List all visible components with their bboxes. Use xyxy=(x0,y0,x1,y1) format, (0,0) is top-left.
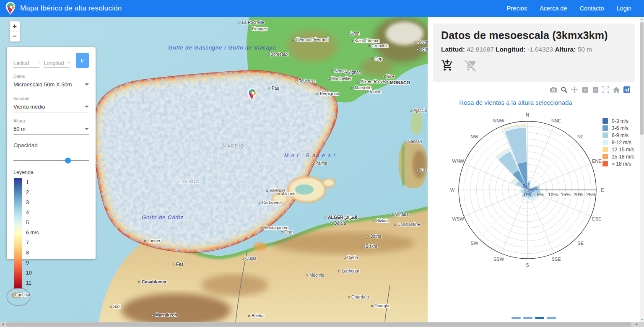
nav-link-precios[interactable]: Precios xyxy=(507,5,527,12)
windrose-legend-item[interactable]: 9-12 m/s xyxy=(602,139,634,146)
city-marker-dot xyxy=(371,58,373,60)
city-marker-dot xyxy=(357,81,359,83)
zoom-in-icon[interactable] xyxy=(581,86,589,93)
zoom-out-icon[interactable] xyxy=(592,86,599,93)
pagination-bar-active[interactable] xyxy=(535,317,544,319)
scroll-left-arrow-icon[interactable]: ◄ xyxy=(0,322,6,327)
go-button[interactable]: Ir xyxy=(76,53,89,68)
windrose-chart[interactable]: 0%5%10%15%20%25%NNNENEENEEESESESSESSSWSW… xyxy=(436,109,621,285)
svg-text:NNE: NNE xyxy=(551,118,561,123)
legend-tick: 4 xyxy=(26,210,29,215)
chevron-down-icon xyxy=(85,83,89,86)
pagination-bar[interactable] xyxy=(547,317,556,319)
city-marker-dot xyxy=(362,246,364,247)
altura-select[interactable]: 50 m xyxy=(13,125,89,135)
legend-swatch xyxy=(602,154,608,159)
city-label: Béchar xyxy=(252,314,265,318)
scroll-right-arrow-icon[interactable]: ► xyxy=(634,322,640,327)
reset-axes-home-icon[interactable] xyxy=(613,86,620,93)
download-camera-icon[interactable] xyxy=(550,86,557,93)
legend-tick: 2 xyxy=(26,189,29,195)
pan-tool-icon[interactable] xyxy=(571,86,578,93)
scroll-down-arrow-icon[interactable]: ▼ xyxy=(640,317,644,322)
alt-label: Altura: xyxy=(555,46,576,53)
variable-select[interactable]: Viento medio xyxy=(13,102,89,112)
city-label: Oujda xyxy=(245,256,257,261)
longitude-input[interactable] xyxy=(44,60,68,66)
city-marker-dot xyxy=(343,72,344,73)
svg-text:NE: NE xyxy=(577,134,584,139)
city-label: Biskra xyxy=(366,244,377,249)
svg-text:SSE: SSE xyxy=(551,257,561,262)
chevron-down-icon xyxy=(85,128,89,130)
city-marker-dot xyxy=(281,231,283,233)
horizontal-scroll-thumb[interactable] xyxy=(6,322,631,327)
sea-label: Golfo de Cádiz xyxy=(142,214,184,221)
windrose-legend-item[interactable]: 3-6 m/s xyxy=(602,125,634,132)
city-label: Béjaïa xyxy=(334,221,346,226)
city-marker-dot xyxy=(242,258,244,260)
city-marker-dot xyxy=(259,202,260,204)
windrose-chart-title-link[interactable]: Rosa de vientos a la altura seleccionada xyxy=(428,99,604,106)
lon-label: Longitud: xyxy=(496,46,525,53)
autoscale-icon[interactable] xyxy=(602,86,610,93)
city-label: Skikda xyxy=(376,218,389,223)
map-canvas[interactable]: Golfe de Gascogne / Golfo de VizcayaMar … xyxy=(0,17,428,322)
plotly-logo-icon[interactable] xyxy=(623,86,631,93)
pagination-bar[interactable] xyxy=(523,317,532,319)
slider-thumb[interactable] xyxy=(65,158,71,164)
legend-swatch xyxy=(602,118,608,124)
zoom-in-button[interactable]: + xyxy=(10,21,20,31)
datos-select-group: Datos Microescala 50m X 50m xyxy=(13,74,89,90)
vertical-scrollbar[interactable]: ▲ ▼ xyxy=(640,17,644,322)
longitude-field[interactable]: ° xyxy=(44,60,70,68)
zoom-out-button[interactable]: − xyxy=(10,31,20,42)
navbar-links: Precios Acerca de Contacto Login xyxy=(507,5,631,12)
windrose-legend-item[interactable]: 12-15 m/s xyxy=(602,146,634,153)
nav-link-login[interactable]: Login xyxy=(617,5,631,12)
city-label: Oran xyxy=(284,230,293,234)
datos-select[interactable]: Microescala 50m X 50m xyxy=(13,80,89,90)
windrose-legend-item[interactable]: 0-3 m/s xyxy=(602,117,634,125)
legend-tick: 11 xyxy=(26,280,31,286)
windrose-legend-item[interactable]: > 18 m/s xyxy=(602,160,634,167)
legend-swatch xyxy=(602,147,608,152)
city-label: Laghouat xyxy=(342,269,359,273)
nav-link-acercade[interactable]: Acerca de xyxy=(540,5,567,12)
vertical-scroll-thumb[interactable] xyxy=(640,22,644,135)
zoom-tool-icon[interactable] xyxy=(560,86,568,93)
windrose-legend-item[interactable]: 6-9 m/s xyxy=(602,132,634,139)
legend-swatch xyxy=(602,132,608,138)
app-title: Mapa Ibérico de alta resolución xyxy=(20,4,122,13)
opacity-slider[interactable] xyxy=(13,158,89,164)
city-marker-dot xyxy=(312,163,314,164)
city-marker-dot xyxy=(387,82,388,84)
altura-select-group: Altura 50 m xyxy=(13,118,89,135)
legend-swatch xyxy=(602,125,608,131)
latitude-field[interactable]: ° xyxy=(13,60,39,68)
latitude-input[interactable] xyxy=(13,60,38,66)
horizontal-scrollbar[interactable]: ◄ ► xyxy=(0,322,644,327)
city-marker-dot xyxy=(249,28,250,30)
city-label: LISBOA xyxy=(179,179,200,184)
city-marker-dot xyxy=(328,78,330,80)
datos-value: Microescala 50m X 50m xyxy=(13,81,72,88)
pagination-bar[interactable] xyxy=(512,317,521,319)
city-marker-dot xyxy=(248,315,250,317)
city-label: Ouargla xyxy=(374,304,390,308)
city-label: Marrakech xyxy=(155,312,177,317)
legend-tick: 6 m/s xyxy=(26,230,39,236)
svg-text:5%: 5% xyxy=(537,192,544,197)
nav-link-contacto[interactable]: Contacto xyxy=(579,5,604,12)
add-to-cart-button[interactable] xyxy=(441,59,454,73)
sea-label: Mar Balear xyxy=(284,153,338,158)
city-label: Méchria xyxy=(309,273,325,278)
city-marker-dot xyxy=(239,22,240,23)
windrose-legend-item[interactable]: 15-18 m/s xyxy=(602,153,634,160)
city-label: Nice xyxy=(386,74,395,79)
city-marker-dot xyxy=(331,70,333,72)
variable-label: Variable xyxy=(13,96,89,101)
scroll-up-arrow-icon[interactable]: ▲ xyxy=(640,17,644,21)
remove-from-cart-button[interactable] xyxy=(465,59,477,73)
city-marker-dot xyxy=(306,275,308,276)
